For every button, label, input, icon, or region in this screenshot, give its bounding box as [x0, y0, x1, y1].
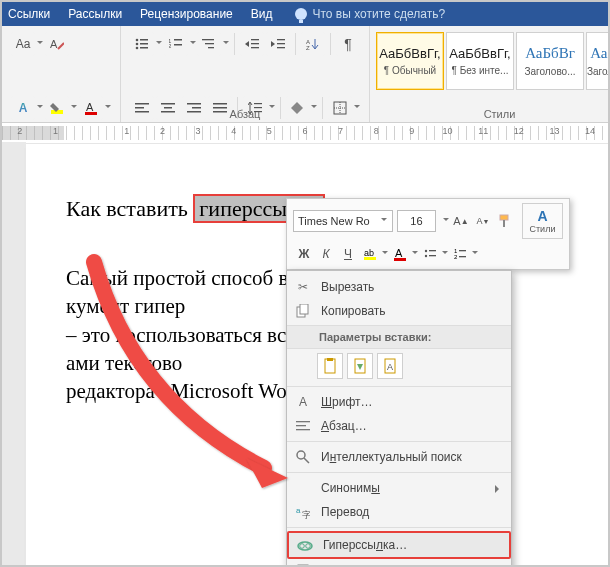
ctx-paste-header: Параметры вставки: — [287, 325, 511, 349]
svg-rect-10 — [140, 47, 148, 49]
tab-review[interactable]: Рецензирование — [140, 7, 233, 21]
style-heading1[interactable]: АаБбВг Заголово... — [516, 32, 584, 90]
svg-text:A: A — [86, 101, 94, 113]
svg-rect-57 — [459, 256, 466, 257]
ctx-hyperlink[interactable]: Гиперссылка… — [287, 531, 511, 559]
svg-line-1 — [58, 43, 64, 49]
font-icon: A — [293, 393, 313, 411]
svg-rect-16 — [205, 43, 214, 44]
tell-me[interactable]: Что вы хотите сделать? — [295, 7, 446, 21]
svg-text:字: 字 — [302, 510, 310, 519]
svg-point-73 — [300, 544, 305, 549]
svg-text:A: A — [387, 362, 393, 372]
ribbon: Aa A A A 12 AZ ¶ — [2, 26, 608, 123]
ctx-new-comment[interactable]: Создать примечание — [287, 559, 511, 567]
decrease-indent-button[interactable] — [240, 32, 264, 56]
ctx-synonyms[interactable]: Синонимы — [287, 476, 511, 500]
highlight-button[interactable] — [45, 96, 69, 120]
text-effects-button[interactable]: A — [11, 96, 35, 120]
svg-rect-60 — [325, 359, 335, 373]
font-color-button[interactable]: A — [79, 96, 103, 120]
mini-underline[interactable]: Ч — [338, 243, 358, 265]
svg-rect-29 — [161, 103, 175, 105]
ctx-copy[interactable]: Копировать — [287, 299, 511, 323]
mini-numbering[interactable]: 12 — [450, 243, 470, 265]
ctx-translate[interactable]: a字 Перевод — [287, 500, 511, 524]
ctx-smart-lookup[interactable]: Интеллектуальный поиск — [287, 445, 511, 469]
show-marks-button[interactable]: ¶ — [336, 32, 360, 56]
svg-rect-6 — [140, 39, 148, 41]
tab-mailings[interactable]: Рассылки — [68, 7, 122, 21]
style-no-spacing[interactable]: АаБбВвГг, ¶ Без инте... — [446, 32, 514, 90]
mini-styles-button[interactable]: AСтили — [522, 203, 563, 239]
svg-rect-44 — [500, 215, 508, 220]
svg-rect-26 — [135, 103, 149, 105]
context-menu: ✂ Вырезать Копировать Параметры вставки:… — [286, 270, 512, 567]
svg-point-74 — [306, 544, 311, 549]
svg-point-5 — [136, 39, 139, 42]
copy-icon — [293, 302, 313, 320]
mini-shrink-font[interactable]: A▼ — [473, 210, 493, 232]
group-styles-label: Стили — [370, 108, 610, 120]
mini-format-painter[interactable] — [495, 210, 515, 232]
ruler[interactable]: 211234567891011121314 — [2, 123, 608, 144]
svg-rect-61 — [327, 358, 333, 361]
svg-rect-53 — [429, 255, 436, 256]
svg-point-50 — [425, 250, 427, 252]
group-styles: АаБбВвГг, ¶ Обычный АаБбВвГг, ¶ Без инте… — [370, 26, 610, 122]
style-normal[interactable]: АаБбВвГг, ¶ Обычный — [376, 32, 444, 90]
svg-rect-55 — [459, 250, 466, 251]
sort-button[interactable]: AZ — [301, 32, 325, 56]
svg-rect-20 — [251, 47, 259, 48]
tell-me-label: Что вы хотите сделать? — [313, 7, 446, 21]
svg-rect-18 — [251, 39, 259, 40]
svg-rect-38 — [254, 103, 262, 104]
mini-italic[interactable]: К — [316, 243, 336, 265]
mini-toolbar: Times New Ro 16 A▲ A▼ AСтили Ж К Ч ab A … — [286, 198, 570, 270]
svg-rect-32 — [187, 103, 201, 105]
paste-keep-source[interactable] — [317, 353, 343, 379]
svg-point-68 — [297, 451, 305, 459]
svg-text:a: a — [296, 506, 301, 515]
style-heading2[interactable]: АаБб Заголо... — [586, 32, 610, 90]
increase-indent-button[interactable] — [266, 32, 290, 56]
ctx-font[interactable]: A Шрифт… — [287, 390, 511, 414]
tab-references[interactable]: Ссылки — [8, 7, 50, 21]
svg-point-9 — [136, 47, 139, 50]
ctx-cut[interactable]: ✂ Вырезать — [287, 275, 511, 299]
numbering-button[interactable]: 12 — [164, 32, 188, 56]
mini-font-color[interactable]: A — [390, 243, 410, 265]
ctx-paragraph[interactable]: Абзац… — [287, 414, 511, 438]
change-case-button[interactable]: Aa — [11, 32, 35, 56]
svg-rect-15 — [202, 39, 214, 40]
bulb-icon — [295, 8, 307, 20]
svg-rect-4 — [85, 112, 97, 115]
mini-bold[interactable]: Ж — [294, 243, 314, 265]
mini-size-combo[interactable]: 16 — [397, 210, 436, 232]
mini-highlight[interactable]: ab — [360, 243, 380, 265]
mini-bullets[interactable] — [420, 243, 440, 265]
paste-merge[interactable] — [347, 353, 373, 379]
ribbon-tabs: Ссылки Рассылки Рецензирование Вид Что в… — [2, 2, 608, 26]
link-icon — [295, 536, 315, 554]
scissors-icon: ✂ — [293, 278, 313, 296]
svg-rect-19 — [251, 43, 259, 44]
mini-font-combo[interactable]: Times New Ro — [293, 210, 393, 232]
svg-rect-22 — [277, 43, 285, 44]
svg-rect-35 — [213, 103, 227, 105]
paste-text-only[interactable]: A — [377, 353, 403, 379]
mini-grow-font[interactable]: A▲ — [451, 210, 471, 232]
multilevel-list-button[interactable] — [197, 32, 221, 56]
page-margin — [2, 142, 26, 565]
group-paragraph: 12 AZ ¶ Абзац — [121, 26, 370, 122]
svg-rect-66 — [296, 425, 306, 426]
clear-formatting-button[interactable]: A — [45, 32, 69, 56]
svg-text:A: A — [50, 38, 58, 50]
blank-icon — [293, 479, 313, 497]
svg-rect-8 — [140, 43, 148, 45]
svg-line-69 — [304, 458, 309, 463]
svg-text:ab: ab — [364, 248, 374, 258]
svg-rect-14 — [174, 44, 182, 46]
bullets-button[interactable] — [130, 32, 154, 56]
tab-view[interactable]: Вид — [251, 7, 273, 21]
